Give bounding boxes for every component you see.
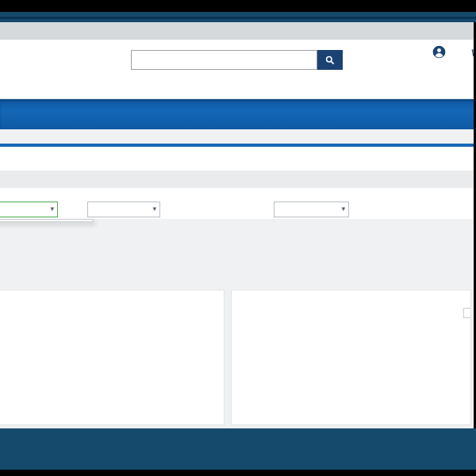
top-courses-chart-card	[231, 290, 471, 425]
screen: ▾ ▾ ▾	[0, 0, 476, 476]
duration-dropdown-list	[0, 219, 94, 222]
bar-chart-plot[interactable]	[257, 313, 465, 386]
my-profile[interactable]	[420, 45, 457, 63]
chevron-down-icon: ▾	[50, 205, 54, 213]
search-bar	[131, 50, 344, 70]
legend-scroll-box[interactable]	[463, 308, 471, 318]
window-top-strip	[0, 22, 476, 40]
browser-bottom-band	[0, 428, 476, 470]
main-nav	[0, 76, 476, 99]
duration-select[interactable]: ▾	[0, 202, 58, 217]
dashboard-tabs	[0, 171, 476, 188]
user-icon	[432, 45, 446, 59]
geo-region-select[interactable]: ▾	[87, 202, 160, 217]
chevron-down-icon: ▾	[152, 205, 156, 213]
site-header	[0, 40, 476, 76]
dashboard-panel-header: ▾ ▾ ▾	[0, 144, 476, 219]
country-select[interactable]: ▾	[274, 202, 349, 217]
browser-top-band	[0, 12, 476, 22]
search-button[interactable]	[317, 50, 343, 70]
chevron-down-icon: ▾	[341, 205, 345, 213]
search-icon	[325, 56, 335, 65]
bookings-per-week-chart-card	[0, 290, 225, 425]
search-input[interactable]	[131, 50, 317, 70]
line-chart-plot[interactable]	[1, 308, 224, 384]
dashboard-bar	[0, 99, 476, 129]
